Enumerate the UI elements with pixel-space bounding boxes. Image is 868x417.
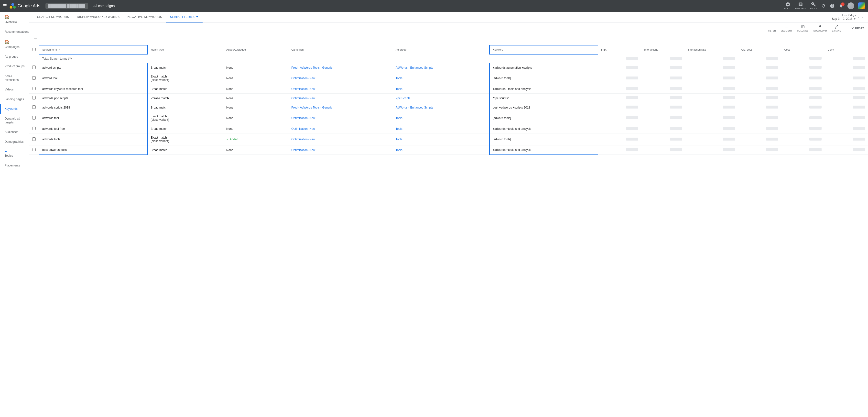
adgroup-link[interactable]: AdWords - Enhanced Scripts xyxy=(396,106,433,109)
row-checkbox-6[interactable] xyxy=(32,127,36,130)
account-name[interactable]: ████████ ████████ xyxy=(45,3,88,9)
cell-campaign[interactable]: Optimization- New xyxy=(288,72,393,84)
col-added-header[interactable]: Added/Excluded xyxy=(223,45,288,54)
col-adgroup-header[interactable]: Ad group xyxy=(393,45,490,54)
campaign-link[interactable]: Optimization- New xyxy=(291,77,315,80)
select-all-checkbox[interactable] xyxy=(32,48,36,51)
col-avg-cost-header[interactable]: Avg. cost xyxy=(738,45,781,54)
segment-button[interactable]: SEGMENT xyxy=(781,25,792,32)
row-checkbox-7[interactable] xyxy=(32,137,36,141)
cell-campaign[interactable]: Prod - AdWords Tools - Generic xyxy=(288,103,393,112)
sidebar-item-demographics[interactable]: Demographics xyxy=(0,137,29,147)
cell-search-term: adwords scripts 2018 xyxy=(39,103,148,112)
col-interaction-rate-header[interactable]: Interaction rate xyxy=(685,45,738,54)
date-next-button[interactable]: › xyxy=(861,14,864,20)
cell-adgroup[interactable]: Tools xyxy=(393,133,490,145)
cell-adgroup[interactable]: AdWords - Enhanced Scripts xyxy=(393,63,490,72)
cell-adgroup[interactable]: AdWords - Enhanced Scripts xyxy=(393,103,490,112)
adgroup-link[interactable]: AdWords - Enhanced Scripts xyxy=(396,66,433,69)
expand-button[interactable]: EXPAND xyxy=(832,25,841,32)
total-info-icon[interactable]: ? xyxy=(68,57,71,60)
download-button[interactable]: DOWNLOAD xyxy=(813,25,827,32)
col-search-term-header[interactable]: Search term ↑ xyxy=(39,45,148,54)
refresh-button[interactable] xyxy=(821,3,826,8)
hamburger-menu[interactable]: ☰ xyxy=(3,3,7,8)
row-checkbox-2[interactable] xyxy=(32,87,36,90)
adgroup-link[interactable]: Tools xyxy=(396,77,402,80)
sidebar-item-keywords[interactable]: Keywords xyxy=(0,104,29,114)
adgroup-link[interactable]: Tools xyxy=(396,148,402,152)
row-checkbox-5[interactable] xyxy=(32,116,36,120)
sidebar-item-videos[interactable]: Videos xyxy=(0,85,29,95)
campaign-link[interactable]: Optimization- New xyxy=(291,87,315,91)
cell-campaign[interactable]: Optimization- New xyxy=(288,145,393,155)
filter-funnel-icon[interactable] xyxy=(33,37,37,42)
cell-adgroup[interactable]: Tools xyxy=(393,72,490,84)
tab-search-terms[interactable]: SEARCH TERMS ▼ xyxy=(166,12,203,23)
cell-campaign[interactable]: Optimization- New xyxy=(288,84,393,94)
row-checkbox-8[interactable] xyxy=(32,148,36,151)
cell-campaign[interactable]: Optimization- New xyxy=(288,112,393,124)
notifications-button[interactable]: 1 xyxy=(839,3,843,8)
adgroup-link[interactable]: Tools xyxy=(396,127,402,130)
date-range-picker[interactable]: Sep 3 – 9, 2018 ▼ xyxy=(832,17,856,21)
cell-adgroup[interactable]: Ppc Scripts xyxy=(393,94,490,103)
col-campaign-header[interactable]: Campaign xyxy=(288,45,393,54)
row-checkbox-3[interactable] xyxy=(32,96,36,99)
cell-campaign[interactable]: Optimization- New xyxy=(288,94,393,103)
tab-display-keywords[interactable]: DISPLAY/VIDEO KEYWORDS xyxy=(73,12,124,23)
sidebar-item-placements[interactable]: Placements xyxy=(0,161,29,171)
cell-keyword: [adword tools] xyxy=(490,112,598,124)
sidebar-item-productgroups[interactable]: Product groups xyxy=(0,62,29,71)
campaign-link[interactable]: Optimization- New xyxy=(291,148,315,152)
campaign-link[interactable]: Optimization- New xyxy=(291,127,315,130)
tab-negative-keywords[interactable]: NEGATIVE KEYWORDS xyxy=(124,12,166,23)
reset-button[interactable]: ✕ RESET xyxy=(851,26,864,30)
columns-button[interactable]: COLUMNS xyxy=(797,25,809,32)
filter-button[interactable]: FILTER xyxy=(768,25,776,32)
tab-search-keywords[interactable]: SEARCH KEYWORDS xyxy=(33,12,73,23)
cell-adgroup[interactable]: Tools xyxy=(393,112,490,124)
goto-button[interactable]: GO TO xyxy=(784,2,792,10)
cell-campaign[interactable]: Optimization- New xyxy=(288,133,393,145)
campaign-link[interactable]: Optimization- New xyxy=(291,116,315,120)
sidebar-item-dynamic[interactable]: Dynamic ad targets xyxy=(0,114,29,127)
cell-conv xyxy=(825,72,868,84)
cell-campaign[interactable]: Optimization- New xyxy=(288,124,393,133)
campaign-link[interactable]: Prod - AdWords Tools - Generic xyxy=(291,106,332,109)
col-impr-header[interactable]: Impr. xyxy=(598,45,641,54)
adgroup-link[interactable]: Tools xyxy=(396,87,402,91)
campaign-link[interactable]: Optimization- New xyxy=(291,96,315,100)
sidebar-item-campaigns[interactable]: 🏠 Campaigns xyxy=(0,37,29,52)
col-keyword-header[interactable]: Keyword xyxy=(490,45,598,54)
reports-button[interactable]: REPORTS xyxy=(795,2,806,10)
sidebar-item-ads[interactable]: Ads & extensions xyxy=(0,71,29,85)
sidebar-item-audiences[interactable]: Audiences xyxy=(0,127,29,137)
sidebar-item-adgroups[interactable]: Ad groups xyxy=(0,52,29,62)
col-conv-header[interactable]: Conv. xyxy=(825,45,868,54)
cell-adgroup[interactable]: Tools xyxy=(393,124,490,133)
row-checkbox-1[interactable] xyxy=(32,76,36,80)
sidebar-item-topics[interactable]: ▶ Topics xyxy=(0,147,29,161)
tools-button[interactable]: TOOLS xyxy=(810,2,817,10)
cell-campaign[interactable]: Prod - AdWords Tools - Generic xyxy=(288,63,393,72)
row-checkbox-0[interactable] xyxy=(32,65,36,69)
app-switcher[interactable] xyxy=(858,2,865,9)
user-avatar[interactable] xyxy=(847,2,854,9)
row-checkbox-4[interactable] xyxy=(32,106,36,109)
cell-adgroup[interactable]: Tools xyxy=(393,145,490,155)
adgroup-link[interactable]: Ppc Scripts xyxy=(396,96,410,100)
campaign-link[interactable]: Optimization- New xyxy=(291,138,315,141)
adgroup-link[interactable]: Tools xyxy=(396,116,402,120)
col-cost-header[interactable]: Cost xyxy=(781,45,825,54)
campaign-link[interactable]: Prod - AdWords Tools - Generic xyxy=(291,66,332,69)
date-prev-button[interactable]: ‹ xyxy=(857,14,860,20)
sidebar-item-overview[interactable]: 🏠 Overview xyxy=(0,12,29,27)
cell-adgroup[interactable]: Tools xyxy=(393,84,490,94)
help-button[interactable] xyxy=(830,3,835,8)
col-interactions-header[interactable]: Interactions xyxy=(641,45,685,54)
sidebar-item-recommendations[interactable]: Recommendations xyxy=(0,27,29,37)
col-match-header[interactable]: Match type xyxy=(148,45,223,54)
adgroup-link[interactable]: Tools xyxy=(396,138,402,141)
sidebar-item-landing[interactable]: Landing pages xyxy=(0,95,29,105)
